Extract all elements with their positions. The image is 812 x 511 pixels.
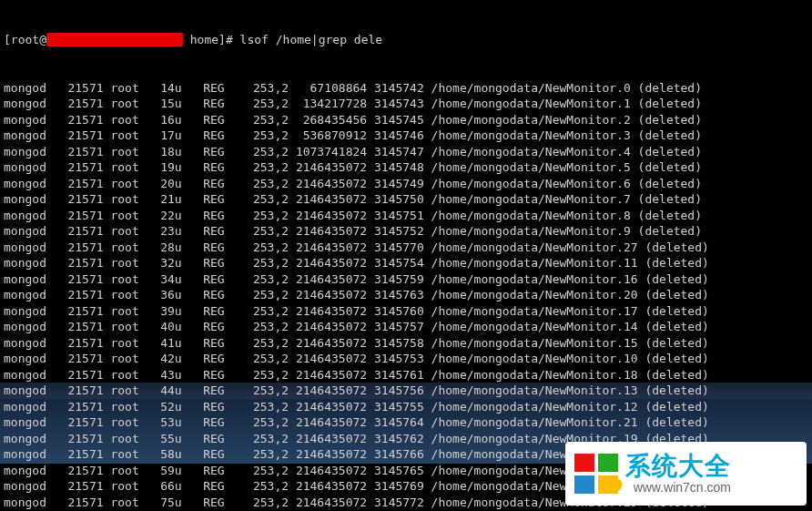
prompt-line: [root@ home]# lsof /home|grep dele — [4, 32, 812, 48]
lsof-row: mongod 21571 root 53u REG 253,2 21464350… — [4, 414, 812, 431]
lsof-row: mongod 21571 root 39u REG 253,2 21464350… — [4, 303, 812, 320]
lsof-row: mongod 21571 root 44u REG 253,2 21464350… — [4, 383, 812, 399]
lsof-row: mongod 21571 root 52u REG 253,2 21464350… — [4, 399, 812, 415]
redacted-hostname — [46, 33, 183, 46]
lsof-row: mongod 21571 root 36u REG 253,2 21464350… — [4, 287, 812, 303]
windows-flag-icon — [574, 454, 618, 494]
lsof-row: mongod 21571 root 23u REG 253,2 21464350… — [4, 223, 812, 240]
lsof-row: mongod 21571 root 21u REG 253,2 21464350… — [4, 191, 812, 208]
lsof-row: mongod 21571 root 43u REG 253,2 21464350… — [4, 367, 812, 383]
lsof-row: mongod 21571 root 15u REG 253,2 13421772… — [4, 96, 812, 112]
lsof-row: mongod 21571 root 18u REG 253,2 10737418… — [4, 144, 812, 160]
lsof-row: mongod 21571 root 20u REG 253,2 21464350… — [4, 176, 812, 192]
lsof-row: mongod 21571 root 28u REG 253,2 21464350… — [4, 240, 812, 256]
watermark-overlay: 系统大全 www.win7cn.com — [565, 442, 807, 506]
lsof-row: mongod 21571 root 42u REG 253,2 21464350… — [4, 351, 812, 367]
typed-command: lsof /home|grep dele — [240, 32, 383, 48]
prompt-prefix: [root@ — [4, 32, 46, 48]
prompt-suffix: home]# — [183, 32, 240, 48]
lsof-row: mongod 21571 root 16u REG 253,2 26843545… — [4, 112, 812, 128]
watermark-title: 系统大全 — [625, 453, 731, 479]
lsof-row: mongod 21571 root 41u REG 253,2 21464350… — [4, 335, 812, 352]
lsof-row: mongod 21571 root 22u REG 253,2 21464350… — [4, 208, 812, 224]
lsof-row: mongod 21571 root 19u REG 253,2 21464350… — [4, 159, 812, 176]
lsof-row: mongod 21571 root 40u REG 253,2 21464350… — [4, 319, 812, 335]
lsof-row: mongod 21571 root 34u REG 253,2 21464350… — [4, 271, 812, 288]
lsof-row: mongod 21571 root 14u REG 253,2 67108864… — [4, 80, 812, 97]
watermark-url: www.win7cn.com — [625, 481, 731, 495]
lsof-row: mongod 21571 root 17u REG 253,2 53687091… — [4, 128, 812, 144]
terminal-output[interactable]: [root@ home]# lsof /home|grep dele mongo… — [0, 0, 812, 511]
lsof-row: mongod 21571 root 32u REG 253,2 21464350… — [4, 255, 812, 271]
